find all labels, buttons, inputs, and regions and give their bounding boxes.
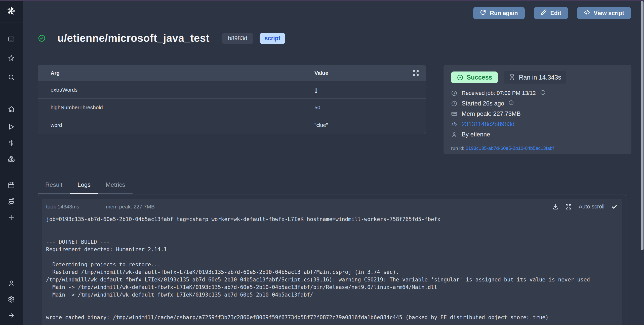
tab-logs[interactable]: Logs bbox=[70, 179, 98, 194]
hourglass-icon bbox=[509, 74, 515, 81]
received-label: Received job: 07:09 PM 13/12 bbox=[462, 90, 536, 96]
schedules-icon[interactable] bbox=[0, 177, 23, 193]
mem-peak-row: Mem peak: 227.73MB bbox=[451, 110, 624, 117]
started-row: Started 26s ago bbox=[451, 100, 624, 107]
title-row: u/etienne/microsoft_java_test b8983d scr… bbox=[38, 32, 285, 44]
download-logs-icon[interactable] bbox=[552, 204, 559, 210]
check-circle-icon bbox=[457, 74, 463, 81]
success-check-icon bbox=[38, 34, 46, 42]
info-icon[interactable] bbox=[540, 90, 546, 97]
duration-chip: Ran in 14.343s bbox=[504, 71, 566, 84]
by-row: By etienne bbox=[451, 131, 624, 138]
user-icon bbox=[451, 131, 457, 138]
result-tabs: Result Logs Metrics bbox=[38, 179, 133, 194]
home-icon[interactable] bbox=[0, 100, 23, 119]
log-mem-peak: mem peak: 227.7MB bbox=[106, 204, 155, 210]
tab-metrics[interactable]: Metrics bbox=[98, 179, 133, 194]
search-icon[interactable] bbox=[0, 68, 23, 87]
edit-button[interactable]: Edit bbox=[534, 7, 568, 19]
received-row: Received job: 07:09 PM 13/12 bbox=[451, 90, 624, 97]
sidebar bbox=[0, 0, 23, 325]
args-table-header: Arg Value bbox=[38, 65, 426, 81]
started-label: Started 26s ago bbox=[462, 100, 504, 107]
status-badge: Success bbox=[451, 71, 498, 83]
log-output[interactable]: job=0193c135-ab7d-60e5-2b10-04b5ac13fabf… bbox=[42, 211, 622, 325]
status-label: Success bbox=[467, 74, 492, 81]
view-script-label: View script bbox=[594, 10, 624, 17]
script-hash-link[interactable]: 23131148c2b8983d bbox=[462, 121, 514, 128]
memory-icon bbox=[451, 111, 457, 117]
arg-value: [] bbox=[314, 87, 426, 93]
table-row: word "clue" bbox=[38, 116, 426, 134]
runs-icon[interactable] bbox=[0, 119, 23, 135]
arg-value: 50 bbox=[314, 104, 426, 111]
user-icon[interactable] bbox=[0, 275, 23, 291]
apps-icon[interactable] bbox=[0, 29, 23, 49]
resources-icon[interactable] bbox=[0, 151, 23, 167]
expand-args-icon[interactable] bbox=[413, 70, 419, 76]
page-scrollbar[interactable] bbox=[641, 1, 643, 250]
run-again-label: Run again bbox=[490, 10, 518, 17]
sidebar-divider bbox=[0, 94, 23, 94]
by-label: By etienne bbox=[462, 131, 490, 138]
expand-logs-icon[interactable] bbox=[565, 204, 572, 210]
run-id-row: run id: 0193c135-ab7d-60e5-2b10-04b5ac13… bbox=[451, 146, 624, 151]
run-again-button[interactable]: Run again bbox=[473, 7, 525, 19]
toolbar: Run again Edit View script bbox=[473, 7, 631, 19]
code-icon bbox=[451, 121, 457, 127]
clock-icon bbox=[451, 90, 457, 96]
log-header: took 14343ms mem peak: 227.7MB bbox=[42, 199, 622, 211]
table-row: highNumberThreshold 50 bbox=[38, 99, 426, 116]
run-id-link[interactable]: 0193c135-ab7d-60e5-2b10-04b5ac13fabf bbox=[466, 146, 554, 151]
value-column-header: Value bbox=[314, 70, 328, 76]
script-hash-row: 23131148c2b8983d bbox=[451, 121, 624, 128]
script-hash-badge: b8983d bbox=[222, 33, 253, 44]
auto-scroll-checkbox[interactable] bbox=[611, 203, 618, 210]
mem-peak-label: Mem peak: 227.73MB bbox=[462, 110, 521, 117]
view-script-button[interactable]: View script bbox=[577, 7, 631, 19]
log-viewer[interactable]: took 14343ms mem peak: 227.7MB bbox=[42, 199, 622, 325]
expand-sidebar-icon[interactable] bbox=[0, 307, 23, 323]
sidebar-divider bbox=[0, 22, 23, 22]
clock-icon bbox=[451, 100, 457, 107]
script-type-badge[interactable]: script bbox=[260, 33, 286, 44]
status-panel: Success Ran in 14.343s Received job: 07:… bbox=[444, 65, 631, 154]
windmill-logo[interactable] bbox=[0, 0, 23, 22]
log-panel: took 14343ms mem peak: 227.7MB bbox=[38, 195, 626, 325]
page-title: u/etienne/microsoft_java_test bbox=[57, 32, 210, 44]
arg-column-header: Arg bbox=[38, 70, 314, 76]
args-table: Arg Value extraWords [] highNumberThresh… bbox=[38, 65, 426, 134]
arg-value: "clue" bbox=[314, 122, 426, 128]
flows-icon[interactable] bbox=[0, 193, 23, 209]
pencil-icon bbox=[541, 9, 547, 17]
table-row: extraWords [] bbox=[38, 81, 426, 99]
duration-label: Ran in 14.343s bbox=[519, 74, 561, 81]
job-run-page: Run again Edit View script u/e bbox=[0, 0, 644, 325]
star-icon[interactable] bbox=[0, 49, 23, 68]
info-icon[interactable] bbox=[508, 100, 514, 107]
run-id-label: run id: bbox=[451, 146, 466, 151]
arg-name: word bbox=[38, 122, 314, 128]
tab-result[interactable]: Result bbox=[38, 179, 70, 194]
edit-label: Edit bbox=[550, 10, 561, 17]
top-accent-bar bbox=[0, 0, 644, 1]
log-took: took 14343ms bbox=[46, 204, 79, 210]
arg-name: extraWords bbox=[38, 87, 314, 93]
variables-icon[interactable] bbox=[0, 135, 23, 151]
settings-icon[interactable] bbox=[0, 291, 23, 307]
auto-scroll-label: Auto scroll bbox=[579, 203, 605, 210]
arg-name: highNumberThreshold bbox=[38, 104, 314, 111]
refresh-icon bbox=[480, 9, 486, 17]
code-icon bbox=[584, 9, 590, 17]
plus-icon[interactable] bbox=[0, 209, 23, 226]
